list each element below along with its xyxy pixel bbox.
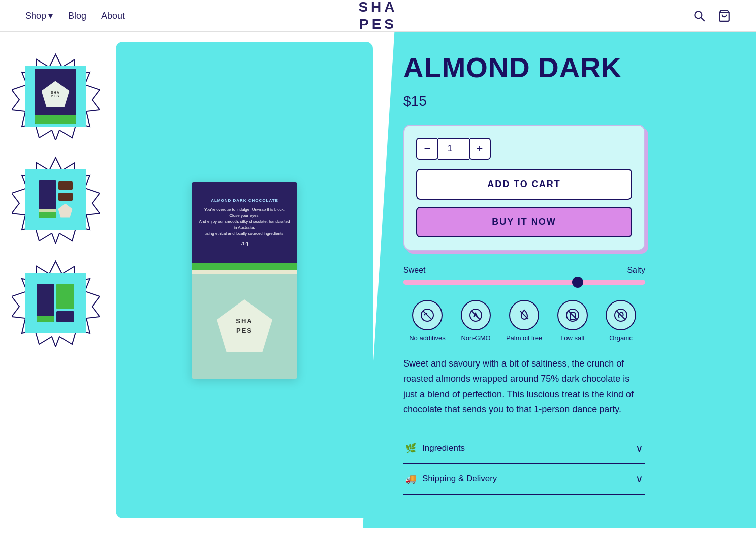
- low-salt-label: Low salt: [560, 334, 585, 342]
- site-header: Shop ▾ Blog About SHA PES: [0, 0, 756, 32]
- ingredients-chevron-icon: ∨: [636, 442, 643, 454]
- product-cream-stripe: [192, 270, 297, 274]
- slider-fill: [403, 280, 578, 285]
- product-box-bottom: SHA PES: [192, 274, 297, 379]
- product-green-stripe: [192, 263, 297, 270]
- product-weight: 70g: [240, 241, 248, 246]
- product-box-text: You're overdue to indulge. Unwrap this b…: [199, 207, 290, 237]
- quantity-row: − +: [416, 138, 632, 160]
- product-title: ALMOND DARK: [403, 52, 726, 83]
- thumbnail-1[interactable]: SHAPES: [12, 52, 100, 140]
- chevron-down-icon: ▾: [48, 10, 53, 21]
- accordion-shipping: 🚚 Shipping & Delivery ∨: [403, 464, 645, 495]
- site-logo[interactable]: SHA PES: [358, 0, 397, 33]
- slider-track: [403, 280, 645, 285]
- ingredients-label: Ingredients: [422, 443, 465, 453]
- header-icons: [692, 9, 731, 22]
- product-badges-row: No additives Non-GMO: [403, 300, 645, 342]
- thumbnail-2[interactable]: [12, 155, 100, 244]
- quantity-increase-button[interactable]: +: [469, 138, 491, 160]
- non-gmo-icon: [461, 300, 491, 330]
- shipping-icon: 🚚: [405, 473, 416, 484]
- badge-non-gmo: Non-GMO: [452, 300, 500, 342]
- organic-label: Organic: [609, 334, 633, 342]
- nav-about[interactable]: About: [101, 11, 125, 21]
- product-image-bg: ALMOND DARK CHOCOLATE You're overdue to …: [116, 42, 373, 518]
- svg-line-1: [701, 18, 705, 21]
- product-details: ALMOND DARK $15 − + ADD TO CART BUY IT N…: [378, 32, 756, 528]
- accordion-ingredients-header[interactable]: 🌿 Ingredients ∨: [403, 433, 645, 463]
- product-price: $15: [403, 93, 726, 109]
- quantity-decrease-button[interactable]: −: [416, 138, 438, 160]
- badge-palm-oil-free: Palm oil free: [500, 300, 548, 342]
- svg-point-0: [695, 11, 702, 18]
- slider-salty-label: Salty: [627, 266, 645, 275]
- non-gmo-label: Non-GMO: [461, 334, 490, 342]
- no-additives-icon: [412, 300, 443, 330]
- badge-organic: Organic: [597, 300, 645, 342]
- shipping-label: Shipping & Delivery: [422, 474, 497, 484]
- slider-labels: Sweet Salty: [403, 266, 645, 275]
- cart-box: − + ADD TO CART BUY IT NOW: [403, 125, 645, 251]
- thumbnail-3[interactable]: [12, 259, 100, 347]
- palm-oil-free-label: Palm oil free: [506, 334, 542, 342]
- product-box: ALMOND DARK CHOCOLATE You're overdue to …: [192, 182, 297, 379]
- ingredients-icon: 🌿: [405, 443, 416, 454]
- product-pentagon: SHA PES: [217, 299, 272, 352]
- flavor-slider-section: Sweet Salty: [403, 266, 645, 285]
- main-nav: Shop ▾ Blog About: [25, 10, 125, 21]
- palm-oil-free-icon: [509, 300, 539, 330]
- no-additives-label: No additives: [409, 334, 446, 342]
- accordion-shipping-header[interactable]: 🚚 Shipping & Delivery ∨: [403, 464, 645, 494]
- quantity-input[interactable]: [438, 138, 469, 160]
- low-salt-icon: [557, 300, 588, 330]
- badge-no-additives: No additives: [403, 300, 452, 342]
- product-description: Sweet and savoury with a bit of saltines…: [403, 356, 645, 417]
- product-box-brand: ALMOND DARK CHOCOLATE: [211, 198, 278, 203]
- product-image-wrapper: ALMOND DARK CHOCOLATE You're overdue to …: [111, 32, 378, 528]
- organic-icon: [606, 300, 636, 330]
- shipping-chevron-icon: ∨: [636, 473, 643, 485]
- product-accordions: 🌿 Ingredients ∨ 🚚 Shipping & Delivery ∨: [403, 433, 645, 495]
- nav-blog[interactable]: Blog: [68, 11, 86, 21]
- cart-icon[interactable]: [718, 9, 731, 22]
- thumbnail-column: SHAPES: [0, 32, 111, 528]
- buy-now-button[interactable]: BUY IT NOW: [416, 207, 632, 237]
- slider-sweet-label: Sweet: [403, 266, 425, 275]
- nav-shop[interactable]: Shop ▾: [25, 10, 53, 21]
- search-icon[interactable]: [692, 9, 706, 22]
- accordion-ingredients: 🌿 Ingredients ∨: [403, 433, 645, 464]
- main-content: SHAPES: [0, 32, 756, 528]
- add-to-cart-button[interactable]: ADD TO CART: [416, 169, 632, 200]
- slider-thumb[interactable]: [572, 277, 583, 288]
- badge-low-salt: Low salt: [548, 300, 597, 342]
